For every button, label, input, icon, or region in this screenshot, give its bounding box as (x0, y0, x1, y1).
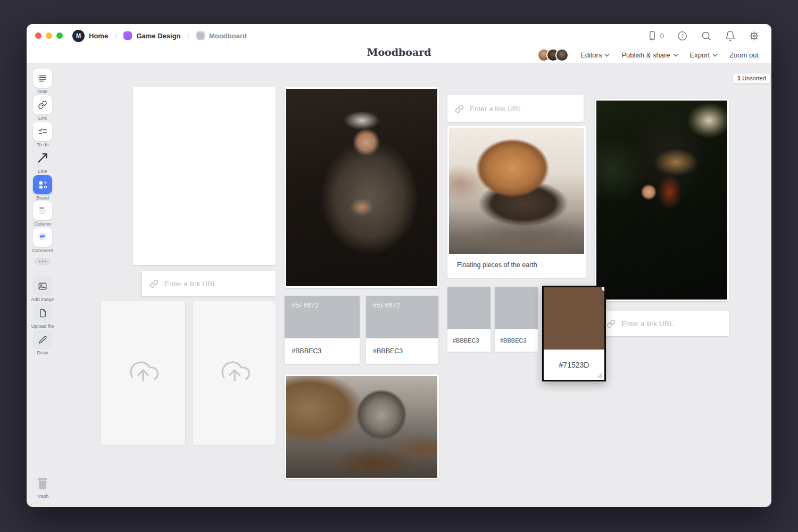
link-url-input[interactable] (470, 105, 576, 113)
export-label: Export (690, 51, 710, 59)
tool-label: Add image (31, 297, 54, 303)
settings-gear-icon[interactable] (749, 30, 760, 41)
chevron-down-icon (604, 53, 610, 57)
editors-menu[interactable]: Editors (580, 51, 610, 59)
tool-todo[interactable]: To-do (33, 122, 52, 148)
cloud-upload-icon (218, 356, 251, 389)
swatch-overlay-text: #5F6672 (292, 301, 319, 309)
top-bar: M Home / Game Design / Moodboard 0 ? (27, 24, 771, 47)
man-photo (286, 89, 437, 286)
board-color-icon (123, 31, 132, 40)
trash-icon (33, 473, 52, 493)
swatch-overlay-text: #5F6672 (373, 301, 400, 309)
publish-share-label: Publish & share (621, 51, 670, 59)
tool-sidebar: Note Link To-do (27, 63, 59, 507)
tool-link[interactable]: Link (33, 95, 52, 121)
notifications-bell-icon[interactable] (725, 30, 736, 41)
image-card-rock[interactable]: Floating pieces of the earth (447, 126, 586, 278)
minimize-window-button[interactable] (46, 32, 52, 39)
color-swatch-card[interactable]: #5F6672 #BBBEC3 (285, 296, 360, 364)
device-count[interactable]: 0 (647, 30, 664, 41)
more-tools-button[interactable] (35, 258, 51, 265)
swatch-fill: #5F6672 (285, 296, 360, 338)
link-card[interactable] (447, 95, 584, 122)
swatch-label: #BBBEC3 (285, 338, 360, 364)
tool-label: Column (34, 222, 51, 227)
svg-text:?: ? (681, 34, 684, 39)
close-window-button[interactable] (35, 32, 41, 39)
swatch-label: #71523D (544, 350, 604, 380)
link-icon (455, 104, 464, 113)
upload-placeholder-card[interactable] (193, 301, 276, 445)
tool-note[interactable]: Note (33, 69, 52, 95)
app-logo-icon[interactable]: M (72, 30, 85, 42)
image-card-man[interactable] (285, 87, 439, 288)
board-canvas[interactable]: 1Unsorted #5F6672 #BBBEC3 #5F6 (27, 63, 771, 507)
tool-label: Comment (32, 248, 53, 254)
board-icon (33, 175, 52, 194)
publish-share-menu[interactable]: Publish & share (621, 51, 678, 59)
image-card-helmet[interactable] (285, 375, 439, 479)
resize-handle[interactable] (597, 372, 603, 378)
top-bar-actions: 0 ? (647, 30, 760, 41)
tool-upload-file[interactable]: Upload file (31, 303, 54, 329)
note-icon (33, 69, 52, 88)
tool-column[interactable]: Column (33, 201, 52, 227)
avatar (555, 48, 569, 62)
tool-label: Upload file (31, 324, 54, 329)
link-icon (149, 279, 159, 288)
zoom-out-button[interactable]: Zoom out (729, 51, 759, 59)
device-count-value: 0 (660, 32, 664, 40)
unsorted-badge[interactable]: 1Unsorted (733, 73, 771, 84)
column-icon (33, 201, 52, 220)
tool-board-selected[interactable]: Board (33, 175, 52, 201)
tool-label: Link (38, 116, 47, 121)
help-icon[interactable]: ? (677, 30, 688, 41)
color-swatch-card-small[interactable]: #BBBEC3 (447, 287, 491, 352)
comment-icon (33, 228, 52, 247)
tool-add-image[interactable]: Add image (31, 277, 54, 303)
tool-label: Note (37, 89, 47, 95)
swatch-label: #BBBEC3 (447, 329, 491, 352)
editor-avatars[interactable] (537, 48, 569, 62)
tool-comment[interactable]: Comment (32, 228, 53, 254)
link-url-input[interactable] (164, 280, 268, 288)
board-menu: Editors Publish & share Export Zoom out (537, 48, 771, 62)
drag-handle-dot[interactable] (602, 286, 606, 292)
tool-line[interactable]: Line (33, 148, 52, 174)
search-icon[interactable] (701, 30, 712, 41)
dragon-photo (135, 89, 274, 263)
color-swatch-card-small[interactable]: #BBBEC3 (495, 287, 538, 352)
breadcrumb-separator: / (188, 32, 189, 39)
breadcrumb: M Home / Game Design / Moodboard (72, 30, 247, 42)
tool-label: Line (38, 169, 47, 174)
export-menu[interactable]: Export (690, 51, 718, 59)
unsorted-count: 1 (737, 75, 741, 81)
breadcrumb-parent-board[interactable]: Game Design (136, 32, 180, 40)
mobile-device-icon (647, 30, 658, 41)
link-card[interactable] (142, 271, 276, 296)
image-card-woman[interactable] (595, 99, 729, 301)
upload-placeholder-card[interactable] (101, 301, 185, 445)
helmet-photo (286, 376, 437, 478)
image-caption: Floating pieces of the earth (449, 254, 584, 276)
woman-photo (596, 101, 727, 300)
color-swatch-card-selected[interactable]: #71523D (542, 286, 606, 381)
todo-icon (33, 122, 52, 141)
tool-draw[interactable]: Draw (33, 330, 52, 356)
swatch-label: #BBBEC3 (495, 329, 538, 352)
maximize-window-button[interactable] (56, 32, 63, 39)
color-swatch-card[interactable]: #5F6672 #BBBEC3 (366, 296, 438, 364)
swatch-label: #BBBEC3 (366, 338, 438, 364)
editors-label: Editors (580, 51, 602, 59)
tool-label: Draw (37, 351, 48, 356)
window-controls (35, 32, 63, 39)
swatch-fill: #5F6672 (366, 296, 438, 338)
link-url-input[interactable] (621, 320, 721, 328)
trash-dropzone[interactable]: Trash (33, 473, 52, 500)
breadcrumb-current-board[interactable]: Moodboard (209, 32, 247, 40)
zoom-out-label: Zoom out (729, 51, 759, 59)
breadcrumb-home[interactable]: Home (89, 32, 108, 40)
link-card[interactable] (599, 311, 729, 336)
image-card-dragon[interactable] (133, 87, 276, 265)
